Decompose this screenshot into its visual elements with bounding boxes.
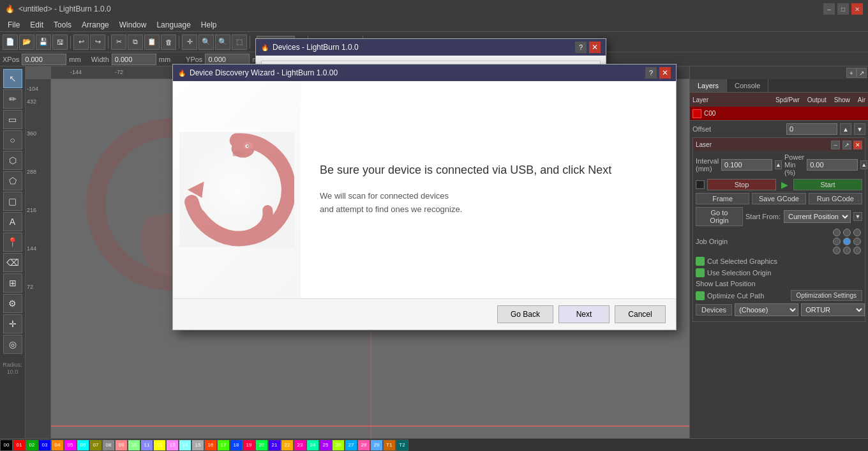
grid-tool[interactable]: ⊞ [3, 273, 22, 293]
laser-panel-close[interactable]: ✕ [853, 141, 862, 149]
color-swatch-21[interactable]: 21 [268, 440, 281, 451]
jo-mr[interactable] [853, 238, 861, 245]
offset-down-btn[interactable]: ▼ [854, 123, 865, 135]
panel-expand-btn[interactable]: ↗ [857, 68, 867, 78]
jo-tr[interactable] [853, 229, 861, 236]
use-selection-toggle[interactable] [696, 268, 705, 277]
devices-button[interactable]: Devices [696, 304, 732, 316]
select-tool[interactable]: ↖ [3, 69, 22, 88]
color-swatch-22[interactable]: 22 [281, 440, 294, 451]
menu-tools[interactable]: Tools [49, 19, 77, 31]
rect-tool[interactable]: ▭ [3, 110, 22, 129]
power-min-input[interactable] [807, 159, 858, 171]
go-to-origin-button[interactable]: Go to Origin [696, 207, 743, 226]
next-button[interactable]: Next [558, 305, 610, 323]
color-swatch-25[interactable]: 25 [319, 440, 332, 451]
jo-ml[interactable] [833, 238, 841, 245]
frame-tool[interactable]: ▢ [3, 192, 22, 211]
jo-tl[interactable] [833, 229, 841, 236]
frame-button[interactable]: Frame [696, 193, 749, 204]
zoom-out-button[interactable]: 🔍 [215, 34, 230, 50]
menu-edit[interactable]: Edit [25, 19, 49, 31]
jo-mc[interactable] [843, 238, 851, 245]
panel-restore-btn[interactable]: + [846, 68, 857, 78]
offset-up-btn[interactable]: ▲ [840, 123, 851, 135]
wizard-cancel-button[interactable]: Cancel [615, 305, 666, 323]
wizard-dialog[interactable]: 🔥 Device Discovery Wizard - LightBurn 1.… [172, 64, 677, 330]
color-swatch-02[interactable]: 02 [26, 440, 38, 451]
wizard-help-button[interactable]: ? [645, 67, 657, 79]
color-swatch-05[interactable]: 05 [64, 440, 77, 451]
menu-help[interactable]: Help [196, 19, 222, 31]
color-swatch-16[interactable]: 16 [204, 440, 217, 451]
color-swatch-29[interactable]: 29 [370, 440, 383, 451]
draw-tool[interactable]: ✏ [3, 89, 22, 109]
color-swatch-09[interactable]: 09 [115, 440, 128, 451]
move-button[interactable]: ✛ [182, 34, 197, 50]
color-swatch-14[interactable]: 14 [179, 440, 191, 451]
color-swatch-T1[interactable]: T1 [383, 440, 396, 451]
color-swatch-08[interactable]: 08 [102, 440, 115, 451]
color-swatch-24[interactable]: 24 [306, 440, 319, 451]
jo-bl[interactable] [833, 247, 841, 254]
tab-layers[interactable]: Layers [690, 79, 727, 92]
width-input[interactable] [112, 54, 156, 65]
jo-br[interactable] [853, 247, 861, 254]
menu-file[interactable]: File [3, 19, 25, 31]
pin-tool[interactable]: 📍 [3, 233, 22, 252]
xpos-input[interactable] [22, 54, 66, 65]
start-button[interactable]: Start [793, 179, 862, 190]
menu-language[interactable]: Language [151, 19, 195, 31]
interval-up[interactable]: ▲ [775, 160, 782, 169]
minimize-button[interactable]: – [823, 3, 835, 15]
undo-button[interactable]: ↩ [73, 34, 89, 50]
color-swatch-15[interactable]: 15 [191, 440, 204, 451]
run-gcode-button[interactable]: Run GCode [809, 193, 862, 204]
color-swatch-28[interactable]: 28 [357, 440, 370, 451]
text-tool[interactable]: A [3, 212, 22, 231]
color-swatch-07[interactable]: 07 [89, 440, 102, 451]
start-from-select[interactable]: Current Position [784, 210, 851, 223]
layer-row[interactable]: C00 [690, 107, 868, 121]
color-swatch-12[interactable]: 12 [153, 440, 166, 451]
color-swatch-26[interactable]: 26 [332, 440, 345, 451]
color-swatch-01[interactable]: 01 [13, 440, 26, 451]
save-as-button[interactable]: 🖫 [52, 34, 68, 50]
cut-button[interactable]: ✂ [111, 34, 126, 50]
color-swatch-27[interactable]: 27 [345, 440, 357, 451]
save-button[interactable]: 💾 [36, 34, 51, 50]
jo-tc[interactable] [843, 229, 851, 236]
start-from-down[interactable]: ▼ [853, 212, 862, 221]
color-swatch-18[interactable]: 18 [230, 440, 243, 451]
copy-button[interactable]: ⧉ [128, 34, 143, 50]
devices-help-button[interactable]: ? [575, 42, 587, 53]
color-swatch-20[interactable]: 20 [255, 440, 268, 451]
paste-button[interactable]: 📋 [144, 34, 160, 50]
zoom-fit-button[interactable]: ⬚ [232, 34, 247, 50]
zoom-in-button[interactable]: 🔍 [198, 34, 214, 50]
laser-panel-min[interactable]: – [831, 141, 840, 149]
color-swatch-06[interactable]: 06 [77, 440, 89, 451]
close-button[interactable]: ✕ [851, 3, 863, 15]
save-gcode-button[interactable]: Save GCode [752, 193, 805, 204]
color-swatch-00[interactable]: 00 [0, 440, 13, 451]
color-swatch-04[interactable]: 04 [51, 440, 64, 451]
color-swatch-03[interactable]: 03 [38, 440, 51, 451]
node-tool[interactable]: ◎ [3, 335, 22, 354]
jo-bc[interactable] [843, 247, 851, 254]
circle-tool[interactable]: ○ [3, 130, 22, 149]
menu-window[interactable]: Window [114, 19, 152, 31]
optimize-cut-toggle[interactable] [696, 291, 705, 300]
wizard-close-button[interactable]: ✕ [659, 67, 671, 79]
star-tool[interactable]: ⬠ [3, 171, 22, 190]
menu-arrange[interactable]: Arrange [77, 19, 114, 31]
color-swatch-13[interactable]: 13 [166, 440, 179, 451]
redo-button[interactable]: ↪ [90, 34, 105, 50]
offset-input[interactable] [786, 123, 837, 135]
go-back-button[interactable]: Go Back [497, 305, 553, 323]
open-button[interactable]: 📂 [19, 34, 34, 50]
erase-tool[interactable]: ⌫ [3, 253, 22, 272]
power-min-up[interactable]: ▲ [860, 160, 867, 169]
color-swatch-23[interactable]: 23 [294, 440, 306, 451]
gear-tool[interactable]: ⚙ [3, 294, 22, 313]
